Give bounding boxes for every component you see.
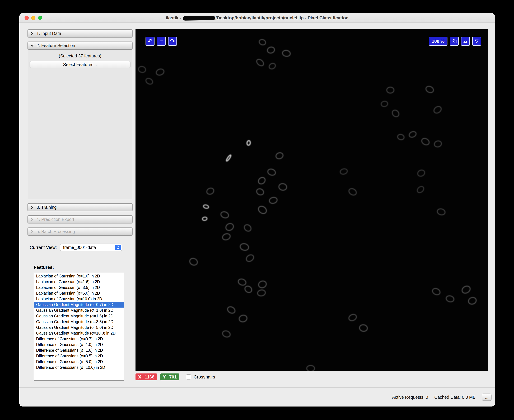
rotate-left-icon: ↶ (147, 38, 153, 44)
main-content: 1. Input Data 2. Feature Selection (Sele… (19, 23, 495, 388)
feature-item[interactable]: Gaussian Gradient Magnitude (σ=3.5) in 2… (34, 319, 124, 325)
viewer-toolbar-left: ↶ ↷ (146, 37, 177, 46)
chevron-down-icon (30, 44, 34, 48)
rotate-left-button[interactable]: ↶ (146, 37, 154, 46)
section-label: 2. Feature Selection (37, 43, 75, 48)
feature-item[interactable]: Gaussian Gradient Magnitude (σ=1.0) in 2… (34, 308, 124, 313)
dropdown-stepper-icon (115, 245, 121, 250)
section-feature-selection[interactable]: 2. Feature Selection (28, 42, 132, 50)
section-label: 5. Batch Processing (37, 229, 75, 234)
crosshairs-checkbox[interactable] (186, 374, 191, 380)
current-view-value: frame_0001-data (63, 245, 96, 250)
feature-item[interactable]: Difference of Gaussians (σ=1.0) in 2D (34, 342, 124, 347)
window-title-suffix: /Desktop/bobiac/ilastik/projects/nuclei.… (215, 15, 349, 20)
section-prediction-export: 4. Prediction Export (28, 215, 132, 224)
section-batch-processing: 5. Batch Processing (28, 227, 132, 236)
feature-item[interactable]: Gaussian Gradient Magnitude (σ=5.0) in 2… (34, 325, 124, 330)
rotate-right-icon: ↷ (170, 38, 175, 44)
cursor-y-label: Y (163, 374, 166, 380)
cursor-x-label: X (138, 374, 141, 380)
feature-item[interactable]: Difference of Gaussians (σ=3.5) in 2D (34, 353, 124, 359)
section-label: 4. Prediction Export (37, 217, 74, 222)
feature-item[interactable]: Difference of Gaussians (σ=1.6) in 2D (34, 347, 124, 353)
viewer-toolbar-right: 100 % (429, 37, 481, 46)
section-label: 3. Training (37, 205, 57, 210)
current-view-dropdown[interactable]: frame_0001-data (60, 244, 122, 251)
cursor-y-badge: Y 701 (160, 374, 180, 380)
window-title: ilastik - /Desktop/bobiac/ilastik/projec… (166, 15, 349, 21)
section-input-data[interactable]: 1. Input Data (28, 30, 132, 38)
window-title-prefix: ilastik - (166, 15, 183, 20)
feature-item[interactable]: Difference of Gaussians (σ=5.0) in 2D (34, 359, 124, 365)
selected-features-count: (Selected 37 features) (59, 53, 101, 59)
cached-data-status: Cached Data: 0.0 MB (434, 395, 476, 400)
feature-item[interactable]: Gaussian Gradient Magnitude (σ=1.6) in 2… (34, 313, 124, 319)
active-requests-status: Active Requests: 0 (392, 395, 428, 400)
feature-item[interactable]: Laplacian of Gaussian (σ=1.0) in 2D (34, 273, 124, 279)
feature-selection-panel: (Selected 37 features) Select Features..… (28, 50, 132, 199)
prev-slice-button[interactable] (461, 37, 470, 46)
feature-item[interactable]: Laplacian of Gaussian (σ=1.6) in 2D (34, 279, 124, 285)
minimize-window-button[interactable] (31, 16, 36, 20)
status-more-button[interactable]: ... (482, 394, 492, 401)
screenshot-button[interactable] (450, 37, 459, 46)
title-bar: ilastik - /Desktop/bobiac/ilastik/projec… (19, 13, 495, 23)
redacted-username (183, 16, 215, 21)
feature-item[interactable]: Laplacian of Gaussian (σ=3.5) in 2D (34, 285, 124, 290)
status-bar: Active Requests: 0 Cached Data: 0.0 MB .… (19, 388, 495, 406)
select-features-button[interactable]: Select Features... (29, 61, 131, 68)
cursor-position-row: X 1168 Y 701 Crosshairs (135, 373, 488, 381)
app-window: ilastik - /Desktop/bobiac/ilastik/projec… (19, 13, 495, 406)
reset-view-icon (159, 38, 164, 44)
triangle-up-icon (463, 38, 468, 44)
chevron-right-icon (30, 32, 34, 36)
cursor-x-value: 1168 (145, 374, 154, 380)
zoom-level-button[interactable]: 100 % (429, 37, 448, 46)
chevron-right-icon (30, 230, 34, 233)
feature-item[interactable]: Difference of Gaussians (σ=10.0) in 2D (34, 365, 124, 370)
image-viewport[interactable]: ↶ ↷ 100 % (135, 30, 488, 371)
features-listbox[interactable]: Laplacian of Gaussian (σ=1.0) in 2DLapla… (34, 272, 124, 381)
crosshairs-label: Crosshairs (194, 374, 215, 380)
close-window-button[interactable] (25, 16, 29, 20)
chevron-right-icon (30, 218, 34, 221)
cursor-x-badge: X 1168 (135, 374, 157, 380)
feature-item[interactable]: Difference of Gaussians (σ=0.7) in 2D (34, 336, 124, 342)
feature-item[interactable]: Gaussian Gradient Magnitude (σ=10.0) in … (34, 330, 124, 336)
features-label: Features: (34, 265, 132, 270)
crosshairs-control: Crosshairs (186, 374, 215, 380)
camera-icon (451, 38, 457, 44)
rotate-right-button[interactable]: ↷ (168, 37, 177, 46)
current-view-label: Current View: (30, 245, 57, 250)
current-view-row: Current View: frame_0001-data (28, 244, 132, 251)
section-label: 1. Input Data (37, 31, 61, 36)
reset-view-button[interactable] (157, 37, 166, 46)
next-slice-button[interactable] (472, 37, 481, 46)
nuclei-layer (135, 30, 488, 371)
cursor-y-value: 701 (169, 374, 177, 380)
triangle-down-icon (474, 38, 479, 44)
applet-sidebar: 1. Input Data 2. Feature Selection (Sele… (28, 30, 132, 381)
feature-item[interactable]: Gaussian Gradient Magnitude (σ=0.7) in 2… (34, 302, 124, 308)
chevron-right-icon (30, 205, 34, 209)
viewer-column: ↶ ↷ 100 % (135, 30, 488, 388)
feature-item[interactable]: Laplacian of Gaussian (σ=5.0) in 2D (34, 290, 124, 296)
window-controls (25, 13, 42, 22)
zoom-window-button[interactable] (38, 16, 42, 20)
section-training[interactable]: 3. Training (28, 203, 132, 211)
feature-item[interactable]: Laplacian of Gaussian (σ=10.0) in 2D (34, 296, 124, 302)
